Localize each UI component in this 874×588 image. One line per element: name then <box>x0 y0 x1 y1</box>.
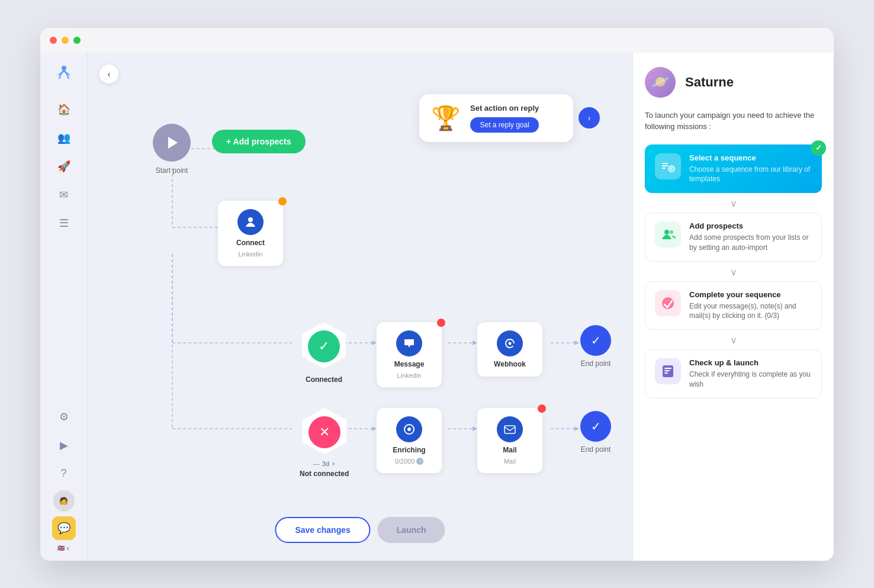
svg-point-33 <box>670 230 673 234</box>
message-node-icon <box>396 330 422 356</box>
start-node: Start point <box>153 124 191 175</box>
main-layout: 🏠 👥 🚀 ✉ ☰ ⚙ ▶ ? 🧑 💬 🇬🇧∨ ‹ <box>40 53 834 561</box>
message-node-sublabel: Linkedin <box>397 372 422 379</box>
mission-text-sequence: Select a sequence Choose a sequence from… <box>689 153 812 185</box>
svg-rect-38 <box>664 372 668 374</box>
panel-header: 🪐 Saturne <box>645 67 822 98</box>
sidebar-item-play[interactable]: ▶ <box>52 433 76 457</box>
svg-rect-27 <box>505 426 515 433</box>
set-reply-goal-button[interactable]: Set a reply goal <box>470 117 539 133</box>
end-label-1: End point <box>581 359 611 368</box>
svg-rect-30 <box>662 168 666 169</box>
sidebar-item-users[interactable]: 👥 <box>52 126 76 150</box>
chevron-3: ∨ <box>645 335 822 346</box>
enriching-node-sublabel: 0/2000 <box>395 458 415 465</box>
connect-node[interactable]: Connect Linkedin <box>218 201 283 266</box>
app-window: 🏠 👥 🚀 ✉ ☰ ⚙ ▶ ? 🧑 💬 🇬🇧∨ ‹ <box>40 28 834 561</box>
svg-marker-9 <box>372 340 377 345</box>
svg-marker-11 <box>473 340 477 345</box>
svg-point-21 <box>248 217 253 222</box>
svg-marker-19 <box>574 426 579 431</box>
action-card-text: Set action on reply Set a reply goal <box>470 104 539 133</box>
sidebar-logo <box>53 62 75 83</box>
svg-point-26 <box>509 342 512 345</box>
end-circle-1: ✓ <box>580 325 611 356</box>
svg-point-0 <box>62 66 66 70</box>
minimize-dot[interactable] <box>62 37 69 44</box>
svg-point-32 <box>664 230 669 234</box>
end-circle-2: ✓ <box>580 411 611 442</box>
enriching-node-icon <box>396 416 422 442</box>
right-panel: 🪐 Saturne To launch your campaign you ne… <box>632 53 834 561</box>
panel-subtitle: To launch your campaign you need to achi… <box>645 110 822 133</box>
svg-marker-15 <box>372 426 377 431</box>
panel-title: Saturne <box>685 75 734 90</box>
connected-hex-icon: ✓ <box>308 330 340 362</box>
back-button[interactable]: ‹ <box>99 65 118 83</box>
connect-node-dot <box>278 197 287 205</box>
connect-node-icon <box>237 209 264 235</box>
mission-text-checkup: Check up & launch Check if everyhting is… <box>689 358 812 390</box>
action-title: Set action on reply <box>470 104 539 113</box>
start-circle <box>153 124 191 162</box>
sidebar-highlight[interactable]: 💬 <box>52 516 76 540</box>
not-connected-hex-label: Not connected <box>300 470 349 478</box>
svg-marker-17 <box>473 426 477 431</box>
next-button[interactable]: › <box>579 107 600 128</box>
start-label: Start point <box>156 166 188 175</box>
add-prospects-button[interactable]: + Add prospects <box>212 130 306 153</box>
svg-marker-20 <box>168 137 178 149</box>
language-selector[interactable]: 🇬🇧∨ <box>57 545 70 551</box>
enriching-node[interactable]: Enriching 0/2000 i <box>377 408 442 473</box>
action-on-reply-card: 🏆 Set action on reply Set a reply goal <box>419 94 573 142</box>
message-node-dot <box>437 319 445 327</box>
mail-node-dot <box>538 404 546 413</box>
message-node[interactable]: Message Linkedin <box>377 322 442 387</box>
connected-hex-node[interactable]: ✓ Connected <box>300 321 348 384</box>
chevron-2: ∨ <box>645 266 822 278</box>
enriching-node-label: Enriching <box>393 446 425 454</box>
enriching-info-icon: i <box>416 458 423 465</box>
mail-node[interactable]: Mail Mail <box>477 408 542 473</box>
sidebar-item-settings[interactable]: ⚙ <box>52 405 76 429</box>
svg-rect-37 <box>664 370 670 371</box>
sidebar: 🏠 👥 🚀 ✉ ☰ ⚙ ▶ ? 🧑 💬 🇬🇧∨ <box>40 53 88 561</box>
sidebar-item-help[interactable]: ? <box>52 462 76 486</box>
webhook-node[interactable]: Webhook <box>477 322 542 377</box>
mail-node-sublabel: Mail <box>504 458 516 465</box>
mission-icon-checkup <box>655 358 681 384</box>
mission-check-icon: ✓ <box>811 140 826 156</box>
sidebar-item-campaigns[interactable]: 🚀 <box>52 155 76 178</box>
mission-checkup-launch[interactable]: Check up & launch Check if everyhting is… <box>645 349 822 399</box>
end-point-2: ✓ End point <box>580 411 611 454</box>
trophy-icon: 🏆 <box>431 104 461 132</box>
mission-add-prospects[interactable]: Add prospects Add some prospects from yo… <box>645 213 822 262</box>
save-changes-button[interactable]: Save changes <box>275 517 370 543</box>
flow-canvas: ‹ <box>88 53 632 561</box>
sidebar-item-home[interactable]: 🏠 <box>52 98 76 121</box>
connect-node-label: Connect <box>236 239 265 247</box>
connect-node-sublabel: Linkedin <box>239 250 263 258</box>
mission-icon-complete <box>655 290 681 316</box>
bottom-buttons: Save changes Launch <box>275 517 445 543</box>
content-area: ‹ <box>88 53 834 561</box>
mission-text-prospects: Add prospects Add some prospects from yo… <box>689 221 812 253</box>
mission-icon-prospects <box>655 221 681 248</box>
not-connected-time: — 3d + <box>313 460 336 467</box>
maximize-dot[interactable] <box>73 37 81 44</box>
sidebar-item-lists[interactable]: ☰ <box>52 211 76 235</box>
svg-marker-13 <box>574 340 579 345</box>
launch-button[interactable]: Launch <box>378 517 445 543</box>
sidebar-item-mail[interactable]: ✉ <box>52 183 76 207</box>
mission-select-sequence[interactable]: ✓ Select a sequence Choose a sequence fr… <box>645 144 822 194</box>
message-node-label: Message <box>394 360 425 368</box>
sidebar-bottom: ⚙ ▶ ? 🧑 💬 🇬🇧∨ <box>52 405 76 551</box>
mail-node-label: Mail <box>503 446 516 454</box>
close-dot[interactable] <box>50 37 57 44</box>
chevron-1: ∨ <box>645 198 822 209</box>
svg-rect-36 <box>664 368 671 369</box>
not-connected-hex-node[interactable]: ✕ — 3d + Not connected <box>300 407 349 478</box>
mission-complete-sequence[interactable]: Complete your sequence Edit your message… <box>645 281 822 330</box>
sidebar-avatar: 🧑 <box>53 490 75 512</box>
mail-node-icon <box>497 416 523 442</box>
